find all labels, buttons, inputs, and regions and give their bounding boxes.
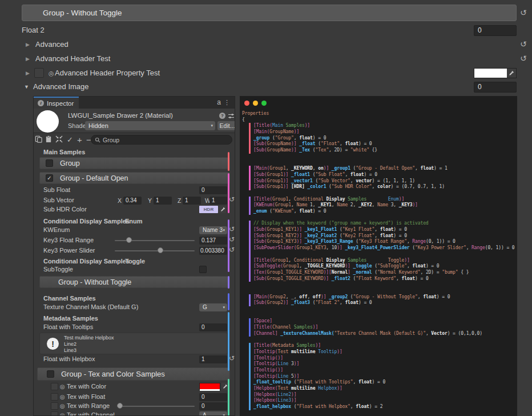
key3-float-range-field[interactable]: 0.137 (199, 237, 227, 245)
group-tex-color-bar[interactable]: Group - Tex and Color Samples (37, 367, 230, 381)
tab-inspector[interactable]: i Inspector (34, 97, 79, 109)
slider-track[interactable] (115, 250, 195, 251)
undo-icon[interactable]: ↺ (229, 235, 235, 243)
undo-icon[interactable]: ↺ (229, 246, 235, 254)
tex-with-float-value: 0 (201, 394, 205, 400)
search-value: Group (103, 137, 119, 143)
window-controls (244, 101, 267, 106)
advanced-header-property-checkbox[interactable] (34, 68, 44, 78)
chevron-down-icon: ▾ (223, 303, 225, 311)
texture-channel-mask-label: Texture Channel Mask (Default G) (43, 303, 138, 310)
texture-thumbnail[interactable] (51, 402, 58, 410)
foldout-triangle-icon[interactable]: ▶ (26, 56, 30, 62)
undo-icon[interactable]: ↺ (520, 54, 527, 62)
slider-thumb[interactable] (126, 237, 132, 243)
code-line: [Sub(Group1_KEY1)] _key1_Float1 ("Key1 F… (253, 227, 516, 233)
sub-float-field[interactable]: 0 (199, 186, 227, 194)
color-swatch-white[interactable] (474, 68, 517, 78)
foldout-triangle-open-icon[interactable]: ▼ (24, 84, 29, 90)
vector-y-value: 1 (156, 197, 159, 203)
channel-mask-dropdown[interactable]: G ▾ (199, 303, 227, 311)
key3-power-slider-field[interactable]: 0.003380 (199, 247, 227, 255)
kwenum-dropdown[interactable]: Name 3 ▾ (199, 226, 227, 234)
group-bar[interactable]: Group (39, 157, 230, 169)
slider-thumb[interactable] (158, 247, 163, 253)
subtoggle-checkbox[interactable] (199, 266, 207, 273)
group-tex-color-checkbox[interactable] (47, 370, 54, 378)
float-with-helpbox-field[interactable]: 1 (199, 355, 227, 363)
conditional-toggle-title-right: Toggle (125, 258, 145, 265)
tex-with-range-slider[interactable] (118, 402, 195, 410)
float2-field[interactable]: 0 (474, 25, 517, 36)
help-icon[interactable]: ? (219, 113, 225, 119)
code-line (253, 251, 516, 258)
checkmark-icon[interactable]: ✓ (66, 135, 74, 144)
material-preview-sphere[interactable] (37, 110, 59, 133)
key3-float-range-slider[interactable] (115, 237, 195, 244)
foldout-triangle-icon[interactable]: ▶ (26, 70, 30, 76)
kebab-menu-icon[interactable]: ⋮ (224, 99, 230, 106)
group-without-toggle-top-header[interactable]: Group - Without Toggle (22, 5, 517, 21)
advanced-foldout[interactable]: Advanced (35, 40, 68, 49)
section-strip-red (228, 152, 229, 171)
group-without-toggle-bar[interactable]: Group - Without Toggle (39, 276, 230, 288)
preset-icon[interactable] (228, 113, 235, 119)
search-input[interactable]: Group (91, 135, 232, 145)
undo-icon[interactable]: ↺ (520, 40, 527, 48)
auto-icon[interactable]: a (217, 98, 221, 106)
advanced-header-test-foldout[interactable]: Advanced Header Test (35, 54, 110, 63)
plus-icon[interactable]: + (75, 135, 84, 144)
collapse-icon[interactable] (55, 135, 64, 144)
slider-thumb[interactable] (117, 403, 123, 409)
texture-thumbnail[interactable] (51, 393, 58, 401)
circle-dot-icon: ◎ (60, 394, 65, 400)
foldout-triangle-icon[interactable]: ▶ (26, 42, 30, 47)
texture-thumbnail[interactable] (51, 411, 58, 416)
advanced-image-foldout[interactable]: Advanced Image (33, 82, 89, 91)
eyedropper-icon[interactable] (507, 69, 516, 78)
code-line: _group ("Group", float) = 0 (253, 135, 516, 142)
tex-channel-dropdown[interactable]: A ▾ (199, 411, 227, 416)
maximize-button[interactable] (261, 101, 267, 106)
vector-x-field[interactable]: 0.34 (123, 197, 142, 205)
slider-track[interactable] (118, 406, 195, 407)
undo-icon[interactable]: ↺ (520, 9, 527, 17)
float-with-tooltips-field[interactable]: 0 (199, 323, 227, 331)
code-line: [Channel] _textureChannelMask("Texture C… (253, 331, 516, 337)
vector-y-field[interactable]: 1 (154, 197, 172, 205)
channel-samples-title: Channel Samples (43, 295, 96, 302)
circle-dot-icon: ◎ (60, 383, 65, 390)
texture-thumbnail[interactable] (51, 383, 58, 390)
sub-hdr-color-label: Sub HDR Color (43, 206, 87, 213)
shader-dropdown[interactable]: Hidden ▾ (85, 121, 215, 130)
group-checkbox[interactable] (46, 159, 53, 167)
code-line: [Main(Group2, _, off, off)] _group2 ("Gr… (253, 294, 516, 301)
vector-w-field[interactable]: 1 (209, 197, 227, 205)
tex-color-swatch[interactable] (199, 383, 220, 390)
edit-button[interactable]: Edit... (217, 121, 235, 130)
tex-with-range-field[interactable]: 0 (199, 402, 227, 410)
vector-z-field[interactable]: 1 (183, 197, 201, 205)
minimize-button[interactable] (253, 101, 258, 106)
undo-icon[interactable]: ↺ (229, 354, 235, 362)
undo-icon[interactable]: ↺ (229, 195, 235, 203)
float-with-helpbox-value: 1 (201, 356, 205, 362)
advanced-header-property-test-foldout[interactable]: Advanced Header Property Test (55, 69, 160, 77)
code-area[interactable]: Properties{[Title(Main Samples)][Main(Gr… (242, 111, 516, 410)
code-line: [Title(Channel Samples)] (253, 325, 516, 331)
color-swatch-area[interactable] (474, 69, 507, 78)
group-default-open-checkbox[interactable]: ✓ (46, 174, 53, 182)
undo-icon[interactable]: ↺ (229, 225, 235, 233)
eyedropper-icon[interactable] (219, 206, 226, 213)
code-line: [Title(Group1, Conditional Display Sampl… (253, 258, 516, 264)
copy-icon[interactable] (35, 135, 43, 144)
group-default-open-bar[interactable]: ✓ Group - Default Open (39, 172, 230, 184)
tex-with-float-field[interactable]: 0 (199, 393, 227, 401)
hdr-color-swatch[interactable]: HDR (199, 206, 218, 213)
key3-power-slider[interactable] (115, 247, 195, 254)
main-samples-title: Main Samples (43, 149, 85, 155)
tex-with-range-label: Tex with Range (67, 402, 110, 409)
advanced-image-field[interactable]: 0 (474, 82, 517, 93)
close-button[interactable] (244, 101, 249, 106)
paste-icon[interactable] (45, 135, 54, 144)
